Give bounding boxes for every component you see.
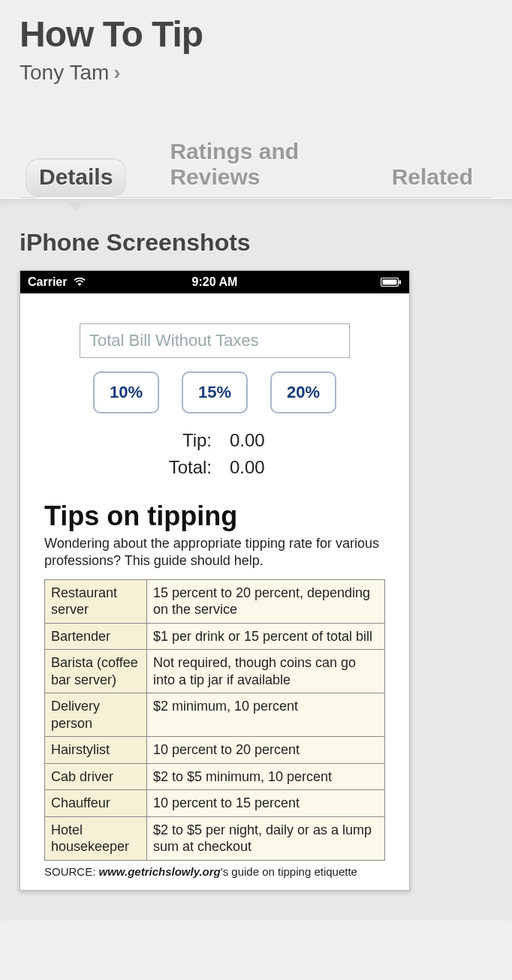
source-suffix: 's guide on tipping etiquette	[221, 865, 357, 878]
status-time: 9:20 AM	[20, 275, 409, 289]
source-site: www.getrichslowly.org	[99, 865, 221, 878]
percent-row: 10% 15% 20%	[44, 371, 385, 413]
rate-cell: Not required, though coins can go into a…	[146, 650, 384, 693]
tab-details[interactable]: Details	[26, 158, 126, 197]
tips-source: SOURCE: www.getrichslowly.org's guide on…	[44, 865, 385, 878]
role-cell: Delivery person	[45, 693, 147, 737]
role-cell: Hotel housekeeper	[45, 816, 147, 860]
tab-related[interactable]: Related	[378, 158, 486, 197]
bill-input[interactable]	[80, 323, 350, 358]
table-row: Restaurant server 15 percent to 20 perce…	[45, 579, 385, 623]
rate-cell: $1 per drink or 15 percent of total bill	[146, 623, 384, 650]
role-cell: Cab driver	[45, 763, 147, 790]
role-cell: Bartender	[45, 623, 147, 650]
iphone-screenshot[interactable]: Carrier 9:20 AM	[20, 270, 410, 891]
table-row: Delivery person $2 minimum, 10 percent	[45, 693, 385, 737]
role-cell: Barista (coffee bar server)	[45, 650, 147, 693]
tab-ratings-reviews[interactable]: Ratings and Reviews	[156, 133, 348, 197]
tab-strip: Details Ratings and Reviews Related	[20, 133, 492, 198]
tips-table: Restaurant server 15 percent to 20 perce…	[44, 579, 385, 861]
table-row: Bartender $1 per drink or 15 percent of …	[45, 623, 385, 650]
rate-cell: 15 percent to 20 percent, depending on t…	[146, 579, 384, 623]
role-cell: Restaurant server	[45, 579, 147, 623]
total-label: Total:	[110, 457, 230, 478]
rate-cell: $2 minimum, 10 percent	[146, 693, 384, 737]
source-prefix: SOURCE:	[44, 865, 99, 878]
content-area: iPhone Screenshots Carrier 9:20 AM	[0, 198, 512, 921]
chevron-right-icon: ›	[113, 61, 120, 85]
percent-10-button[interactable]: 10%	[93, 371, 159, 413]
rate-cell: 10 percent to 15 percent	[146, 790, 384, 817]
section-heading: iPhone Screenshots	[20, 229, 492, 257]
author-name: Tony Tam	[20, 61, 109, 85]
status-bar: Carrier 9:20 AM	[20, 271, 409, 293]
table-row: Hairstylist 10 percent to 20 percent	[45, 737, 385, 764]
table-row: Barista (coffee bar server) Not required…	[45, 650, 385, 693]
table-row: Hotel housekeeper $2 to $5 per night, da…	[45, 816, 385, 860]
tips-heading: Tips on tipping	[44, 501, 385, 532]
table-row: Cab driver $2 to $5 minimum, 10 percent	[45, 763, 385, 790]
rate-cell: $2 to $5 per night, daily or as a lump s…	[146, 816, 384, 860]
rate-cell: $2 to $5 minimum, 10 percent	[146, 763, 384, 790]
role-cell: Chauffeur	[45, 790, 147, 817]
role-cell: Hairstylist	[45, 737, 147, 764]
total-value: 0.00	[230, 457, 320, 478]
table-row: Chauffeur 10 percent to 15 percent	[45, 790, 385, 817]
percent-20-button[interactable]: 20%	[270, 371, 336, 413]
percent-15-button[interactable]: 15%	[182, 371, 248, 413]
rate-cell: 10 percent to 20 percent	[146, 737, 384, 764]
author-link[interactable]: Tony Tam ›	[20, 61, 492, 85]
tip-value: 0.00	[230, 430, 320, 451]
tips-subheading: Wondering about the appropriate tipping …	[44, 535, 385, 570]
app-title: How To Tip	[20, 14, 492, 55]
tip-label: Tip:	[110, 430, 230, 451]
